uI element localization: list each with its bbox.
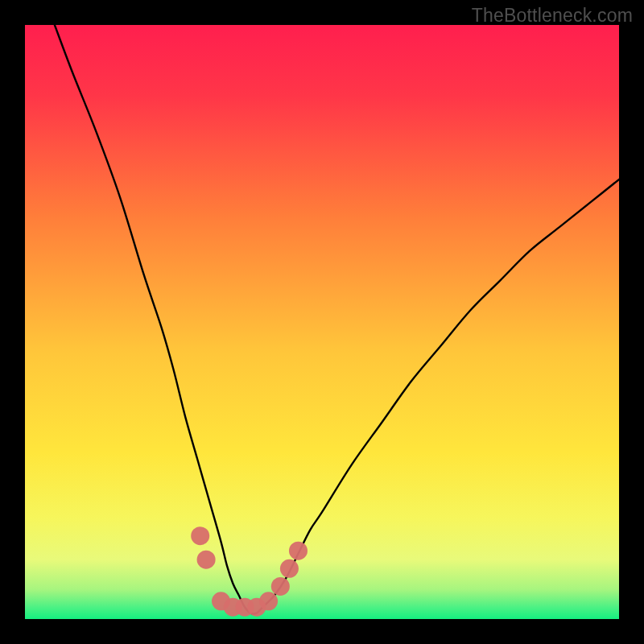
curve-marker bbox=[289, 542, 308, 560]
curve-marker bbox=[280, 559, 299, 578]
bottleneck-chart bbox=[25, 25, 619, 619]
curve-marker bbox=[271, 577, 290, 596]
curve-marker bbox=[191, 526, 209, 545]
gradient-background bbox=[25, 25, 619, 619]
chart-frame: TheBottleneck.com bbox=[0, 0, 644, 644]
curve-marker bbox=[259, 592, 278, 610]
curve-marker bbox=[197, 551, 216, 569]
attribution-label: TheBottleneck.com bbox=[472, 5, 633, 27]
plot-area bbox=[25, 25, 619, 619]
